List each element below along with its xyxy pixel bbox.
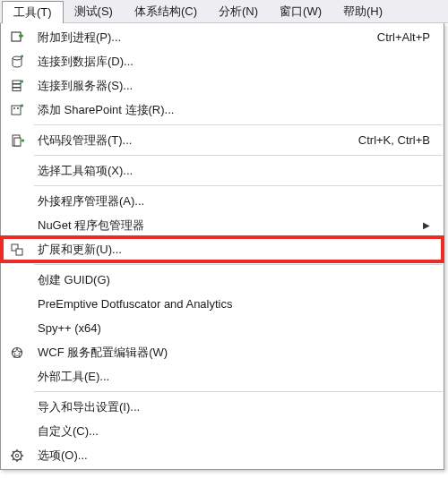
menubar-item-2[interactable]: 体系结构(C) [124, 0, 208, 22]
options-icon [2, 448, 32, 463]
menu-item-7[interactable]: 选择工具箱项(X)... [2, 158, 443, 183]
menu-separator [34, 185, 443, 186]
menu-separator [34, 124, 443, 125]
menu-item-11[interactable]: 扩展和更新(U)... [2, 237, 443, 261]
tools-dropdown: 附加到进程(P)...Ctrl+Alt+P连接到数据库(D)...连接到服务器(… [0, 23, 444, 470]
svg-line-31 [13, 458, 14, 460]
menu-item-label: 选项(O)... [32, 448, 430, 464]
svg-point-12 [13, 107, 15, 109]
menu-item-3[interactable]: 添加 SharePoint 连接(R)... [2, 98, 443, 122]
svg-rect-21 [16, 249, 22, 255]
menu-item-2[interactable]: 连接到服务器(S)... [2, 73, 443, 98]
menu-item-label: Spy++ (x64) [32, 321, 430, 335]
menu-item-label: 自定义(C)... [32, 423, 430, 440]
menu-item-label: 连接到服务器(S)... [32, 78, 430, 94]
menu-item-label: 外部工具(E)... [32, 369, 430, 385]
menu-item-14[interactable]: PreEmptive Dotfuscator and Analytics [2, 292, 443, 316]
sharepoint-icon [2, 103, 32, 117]
chevron-right-icon: ▶ [405, 220, 430, 230]
menu-item-label: 外接程序管理器(A)... [32, 193, 430, 209]
menu-item-label: 添加 SharePoint 连接(R)... [32, 102, 430, 118]
menu-item-label: 连接到数据库(D)... [32, 54, 430, 70]
svg-line-29 [13, 451, 14, 453]
menu-item-shortcut: Ctrl+K, Ctrl+B [340, 133, 430, 147]
svg-rect-17 [14, 138, 21, 146]
menu-item-label: 附加到进程(P)... [32, 30, 359, 46]
menu-separator [34, 155, 443, 156]
menu-item-label: WCF 服务配置编辑器(W) [32, 345, 430, 361]
menu-item-15[interactable]: Spy++ (x64) [2, 316, 443, 340]
db-icon [2, 55, 32, 69]
menu-item-16[interactable]: WCF 服务配置编辑器(W) [2, 340, 443, 364]
menubar-item-4[interactable]: 窗口(W) [269, 0, 332, 22]
svg-rect-6 [13, 81, 21, 84]
svg-point-13 [17, 107, 19, 109]
menu-item-label: PreEmptive Dotfuscator and Analytics [32, 297, 430, 311]
menu-item-label: 选择工具箱项(X)... [32, 163, 430, 179]
menu-item-19[interactable]: 导入和导出设置(I)... [2, 395, 443, 419]
wcf-icon [2, 346, 32, 360]
svg-rect-7 [13, 84, 21, 88]
menu-separator [34, 264, 443, 265]
extend-icon [2, 243, 32, 257]
menu-item-10[interactable]: NuGet 程序包管理器▶ [2, 213, 443, 237]
menu-item-label: NuGet 程序包管理器 [32, 218, 405, 234]
svg-line-30 [21, 458, 22, 460]
snippet-icon [2, 133, 32, 148]
svg-line-32 [21, 451, 22, 453]
menubar-item-5[interactable]: 帮助(H) [332, 0, 393, 22]
menu-item-0[interactable]: 附加到进程(P)...Ctrl+Alt+P [2, 25, 443, 49]
menu-item-label: 创建 GUID(G) [32, 272, 430, 288]
svg-rect-11 [12, 106, 21, 115]
menu-item-13[interactable]: 创建 GUID(G) [2, 268, 443, 292]
menu-item-label: 导入和导出设置(I)... [32, 399, 430, 415]
svg-rect-8 [13, 88, 21, 91]
menu-item-17[interactable]: 外部工具(E)... [2, 364, 443, 388]
menu-item-1[interactable]: 连接到数据库(D)... [2, 49, 443, 73]
attach-icon [2, 30, 32, 45]
svg-point-3 [13, 56, 22, 60]
menu-item-label: 扩展和更新(U)... [32, 242, 430, 258]
menu-separator [34, 391, 443, 392]
menu-item-21[interactable]: 选项(O)... [2, 443, 443, 467]
menu-item-label: 代码段管理器(T)... [32, 132, 340, 149]
menu-item-shortcut: Ctrl+Alt+P [359, 30, 430, 44]
menu-item-20[interactable]: 自定义(C)... [2, 419, 443, 443]
menu-item-9[interactable]: 外接程序管理器(A)... [2, 189, 443, 213]
svg-point-24 [15, 454, 19, 457]
menubar-item-3[interactable]: 分析(N) [208, 0, 269, 22]
menubar: 工具(T)测试(S)体系结构(C)分析(N)窗口(W)帮助(H) [0, 0, 448, 23]
server-icon [2, 79, 32, 93]
menubar-item-0[interactable]: 工具(T) [2, 1, 64, 23]
menubar-item-1[interactable]: 测试(S) [64, 0, 124, 22]
menu-item-5[interactable]: 代码段管理器(T)...Ctrl+K, Ctrl+B [2, 128, 443, 152]
